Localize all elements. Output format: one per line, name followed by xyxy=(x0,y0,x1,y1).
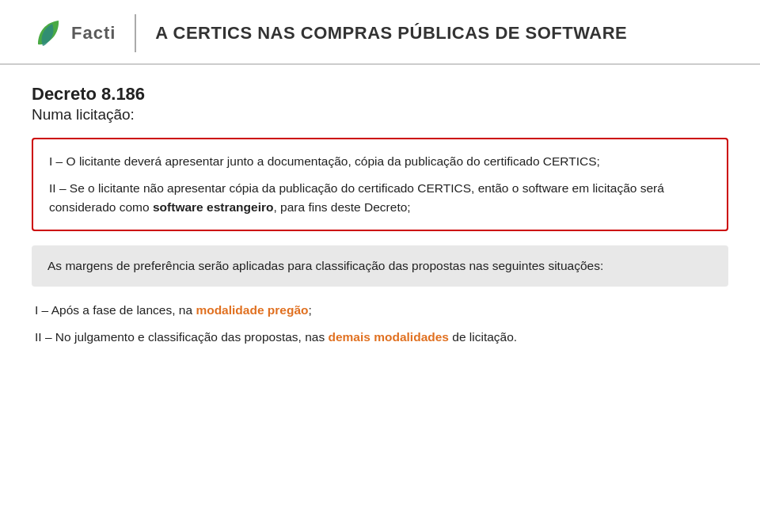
grey-box-text: As margens de preferência serão aplicada… xyxy=(48,259,603,272)
red-box-item-2-suffix: , para fins deste Decreto; xyxy=(273,200,410,214)
red-box-item-1: I – O licitante deverá apresentar junto … xyxy=(49,152,711,171)
red-box-item-2-highlight: software estrangeiro xyxy=(153,200,273,214)
list-item-2-highlight: demais modalidades xyxy=(328,330,448,344)
red-box-item-2: II – Se o licitante não apresentar cópia… xyxy=(49,179,711,217)
decree-title: Decreto 8.186 xyxy=(32,84,728,104)
logo-text: Facti xyxy=(71,23,116,44)
logo-area: Facti xyxy=(32,16,116,51)
page: Facti A CERTICS NAS COMPRAS PÚBLICAS DE … xyxy=(0,0,760,532)
list-item-2-prefix: II – No julgamento e classificação das p… xyxy=(35,330,328,344)
bottom-list: I – Após a fase de lances, na modalidade… xyxy=(32,301,728,347)
header: Facti A CERTICS NAS COMPRAS PÚBLICAS DE … xyxy=(0,0,760,65)
list-item-1-suffix: ; xyxy=(309,303,312,317)
list-item-2-suffix: de licitação. xyxy=(449,330,517,344)
list-item-2: II – No julgamento e classificação das p… xyxy=(35,328,728,347)
header-title: A CERTICS NAS COMPRAS PÚBLICAS DE SOFTWA… xyxy=(155,23,627,44)
list-item-1: I – Após a fase de lances, na modalidade… xyxy=(35,301,728,320)
list-item-1-highlight: modalidade pregão xyxy=(196,303,308,317)
grey-box: As margens de preferência serão aplicada… xyxy=(32,245,728,287)
decree-section: Decreto 8.186 Numa licitação: xyxy=(32,84,728,124)
header-divider xyxy=(135,14,136,52)
facti-logo-icon xyxy=(32,16,66,51)
red-bordered-box: I – O licitante deverá apresentar junto … xyxy=(32,138,728,231)
red-box-item-1-text: I – O licitante deverá apresentar junto … xyxy=(49,154,600,168)
list-item-1-prefix: I – Após a fase de lances, na xyxy=(35,303,196,317)
decree-subtitle: Numa licitação: xyxy=(32,106,728,124)
content: Decreto 8.186 Numa licitação: I – O lici… xyxy=(0,65,760,532)
